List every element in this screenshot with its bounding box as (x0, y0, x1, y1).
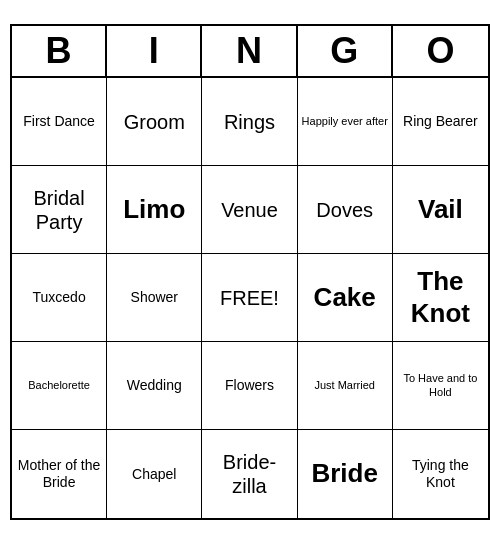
bingo-cell: Venue (202, 166, 297, 254)
bingo-cell: Bride (298, 430, 393, 518)
header-letter: N (202, 26, 297, 76)
header-letter: O (393, 26, 488, 76)
bingo-cell: To Have and to Hold (393, 342, 488, 430)
bingo-cell: Wedding (107, 342, 202, 430)
bingo-cell: Tying the Knot (393, 430, 488, 518)
bingo-cell: Mother of the Bride (12, 430, 107, 518)
bingo-header: BINGO (12, 26, 488, 78)
bingo-cell: Groom (107, 78, 202, 166)
bingo-cell: First Dance (12, 78, 107, 166)
bingo-cell: Bachelorette (12, 342, 107, 430)
bingo-cell: Bride-zilla (202, 430, 297, 518)
header-letter: I (107, 26, 202, 76)
bingo-cell: Happily ever after (298, 78, 393, 166)
bingo-cell: Vail (393, 166, 488, 254)
bingo-cell: The Knot (393, 254, 488, 342)
bingo-cell: Tuxcedo (12, 254, 107, 342)
bingo-cell: Chapel (107, 430, 202, 518)
bingo-cell: Doves (298, 166, 393, 254)
bingo-card: BINGO First DanceGroomRingsHappily ever … (10, 24, 490, 520)
bingo-cell: Flowers (202, 342, 297, 430)
bingo-cell: Ring Bearer (393, 78, 488, 166)
bingo-cell: FREE! (202, 254, 297, 342)
bingo-cell: Rings (202, 78, 297, 166)
bingo-cell: Cake (298, 254, 393, 342)
header-letter: G (298, 26, 393, 76)
bingo-grid: First DanceGroomRingsHappily ever afterR… (12, 78, 488, 518)
bingo-cell: Just Married (298, 342, 393, 430)
bingo-cell: Shower (107, 254, 202, 342)
header-letter: B (12, 26, 107, 76)
bingo-cell: Limo (107, 166, 202, 254)
bingo-cell: Bridal Party (12, 166, 107, 254)
